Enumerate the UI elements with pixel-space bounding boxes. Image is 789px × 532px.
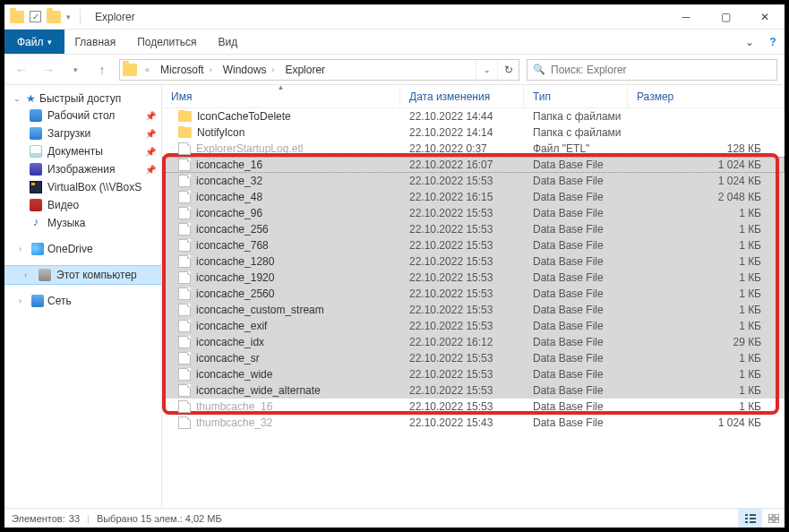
sidebar-network[interactable]: › Сеть [4,293,161,309]
table-row[interactable]: iconcache_sr22.10.2022 15:53Data Base Fi… [162,350,785,366]
maximize-button[interactable]: ▢ [706,4,745,30]
table-row[interactable]: iconcache_25622.10.2022 15:53Data Base F… [162,221,785,237]
breadcrumb[interactable]: Windows› [218,60,280,80]
ribbon-expand-icon[interactable]: ⌄ [738,30,761,54]
address-dropdown-button[interactable]: ⌄ [476,60,497,80]
file-size: 1 КБ [628,207,785,219]
caret-right-icon: › [19,296,28,305]
sidebar-onedrive[interactable]: › OneDrive [4,241,161,257]
file-date: 22.10.2022 16:12 [400,336,524,348]
forward-button[interactable]: → [39,60,58,80]
file-size: 1 КБ [628,352,785,365]
file-type: Data Base File [524,352,628,365]
table-row[interactable]: iconcache_192022.10.2022 15:53Data Base … [162,270,785,286]
sidebar-item[interactable]: Загрузки📌 [4,124,161,142]
file-type: Data Base File [524,400,628,413]
pin-icon: 📌 [145,147,156,157]
table-row[interactable]: iconcache_76822.10.2022 15:53Data Base F… [162,237,785,253]
table-row[interactable]: iconcache_idx22.10.2022 16:12Data Base F… [162,334,785,350]
sidebar-item-label: Загрузки [47,127,90,140]
sidebar-item[interactable]: Видео [4,196,161,214]
tab-view[interactable]: Вид [207,30,248,54]
file-date: 22.10.2022 16:15 [400,191,524,203]
status-selection: Выбрано 15 элем.: 4,02 МБ [97,513,222,524]
table-row[interactable]: NotifyIcon22.10.2022 14:14Папка с файлам… [162,124,785,141]
sidebar-item[interactable]: Документы📌 [4,142,161,160]
sidebar-item[interactable]: Рабочий стол📌 [4,107,161,124]
table-row[interactable]: iconcache_1622.10.2022 16:07Data Base Fi… [162,157,785,173]
file-type: Data Base File [524,384,628,397]
file-type: Data Base File [524,416,628,429]
qat-dropdown-icon[interactable]: ▾ [66,13,71,21]
chevron-down-icon: ▾ [47,38,52,47]
file-name: iconcache_16 [196,159,262,171]
recent-dropdown[interactable]: ▾ [65,60,85,80]
view-thumbnails-button[interactable] [761,509,785,528]
breadcrumb[interactable]: Microsoft› [155,60,218,80]
file-name: iconcache_sr [196,352,260,365]
ribbon: Файл ▾ Главная Поделиться Вид ⌄ ? [4,30,785,55]
column-date[interactable]: Дата изменения [400,85,524,107]
refresh-button[interactable]: ↻ [497,60,519,80]
file-type: Data Base File [524,159,628,171]
pin-icon: 📌 [145,111,156,121]
file-date: 22.10.2022 16:07 [400,159,524,171]
file-icon [178,304,191,316]
sidebar-this-pc[interactable]: › Этот компьютер [4,266,161,284]
breadcrumb-overflow-icon[interactable]: « [145,65,150,74]
file-date: 22.10.2022 15:53 [400,384,524,397]
file-type: Data Base File [524,223,628,236]
separator [80,9,81,25]
file-icon [178,416,191,429]
file-type: Папка с файлами [524,110,628,123]
tab-home[interactable]: Главная [64,30,127,54]
breadcrumb[interactable]: Explorer [279,60,330,80]
column-size[interactable]: Размер [628,85,785,107]
table-row[interactable]: ExplorerStartupLog.etl22.10.2022 0:37Фай… [162,141,785,157]
file-type: Data Base File [524,271,628,284]
file-list[interactable]: IconCacheToDelete22.10.2022 14:44Папка с… [162,108,785,508]
table-row[interactable]: iconcache_exif22.10.2022 15:53Data Base … [162,318,785,334]
file-name: iconcache_wide [196,368,272,381]
tab-file[interactable]: Файл ▾ [4,30,64,54]
vid-icon [30,199,42,211]
qat-properties-icon[interactable]: ✓ [30,11,41,22]
up-button[interactable]: ↑ [92,60,112,80]
table-row[interactable]: iconcache_wide22.10.2022 15:53Data Base … [162,366,785,382]
view-details-button[interactable] [738,509,761,528]
sidebar: ⌄ ★ Быстрый доступ Рабочий стол📌Загрузки… [4,85,162,508]
column-type[interactable]: Тип [524,85,628,107]
column-name[interactable]: Имя ▲ [162,85,400,107]
sidebar-quick-access[interactable]: ⌄ ★ Быстрый доступ [4,90,161,107]
svg-rect-9 [775,519,779,523]
file-name: iconcache_exif [196,320,267,332]
table-row[interactable]: iconcache_wide_alternate22.10.2022 15:53… [162,382,785,399]
table-row[interactable]: iconcache_9622.10.2022 15:53Data Base Fi… [162,205,785,221]
file-type: Data Base File [524,175,628,187]
file-name: iconcache_custom_stream [196,304,324,316]
table-row[interactable]: thumbcache_1622.10.2022 15:53Data Base F… [162,399,785,415]
status-elements-label: Элементов: [12,513,65,524]
tab-share[interactable]: Поделиться [126,30,207,54]
help-button[interactable]: ? [761,30,785,54]
table-row[interactable]: IconCacheToDelete22.10.2022 14:44Папка с… [162,108,785,124]
table-row[interactable]: iconcache_custom_stream22.10.2022 15:53D… [162,302,785,318]
qat-newfolder-icon[interactable] [47,11,61,23]
address-bar[interactable]: « Microsoft› Windows› Explorer ⌄ ↻ [119,59,519,81]
vbox-icon [30,181,42,193]
desktop-icon [30,109,42,122]
table-row[interactable]: thumbcache_3222.10.2022 15:43Data Base F… [162,415,785,431]
sidebar-item[interactable]: Изображения📌 [4,160,161,178]
navbar: ← → ▾ ↑ « Microsoft› Windows› Explorer ⌄… [4,55,785,85]
search-input[interactable]: 🔍 Поиск: Explorer [527,59,777,81]
back-button[interactable]: ← [12,60,31,80]
table-row[interactable]: iconcache_128022.10.2022 15:53Data Base … [162,253,785,270]
table-row[interactable]: iconcache_4822.10.2022 16:15Data Base Fi… [162,189,785,205]
sidebar-item[interactable]: ♪Музыка [4,214,161,232]
table-row[interactable]: iconcache_256022.10.2022 15:53Data Base … [162,286,785,302]
table-row[interactable]: iconcache_3222.10.2022 15:53Data Base Fi… [162,173,785,189]
file-type: Data Base File [524,239,628,252]
sidebar-item[interactable]: VirtualBox (\\VBoxS [4,178,161,196]
minimize-button[interactable]: ─ [666,4,706,30]
close-button[interactable]: ✕ [745,4,785,30]
